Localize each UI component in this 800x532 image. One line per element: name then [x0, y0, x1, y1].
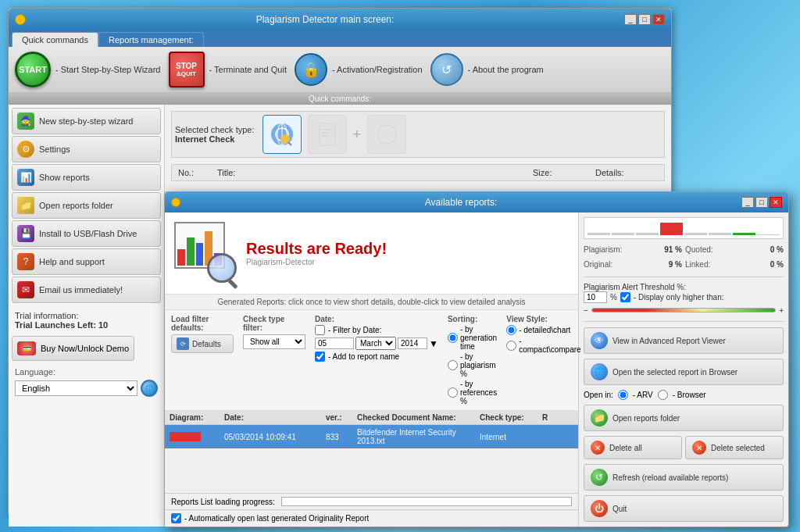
quoted-stat: Quoted: 0 % — [685, 244, 784, 255]
date-cell: 05/03/2014 10:09:41 — [224, 433, 326, 441]
sidebar-item-email[interactable]: ✉ Email us immediately! — [12, 277, 161, 303]
open-reports-folder-button[interactable]: 📁 Open reports folder — [584, 405, 784, 431]
open-in-browser-radio[interactable] — [658, 390, 668, 400]
sort-by-plagiarism-row: - by plagiarism % — [448, 352, 497, 378]
view-detailed-radio[interactable] — [506, 325, 516, 335]
plagiarism-stat: Plagiarism: 91 % — [584, 244, 682, 255]
diagram-cell — [170, 432, 224, 441]
date-calendar-icon[interactable]: ▼ — [429, 338, 438, 349]
slider-minus-icon[interactable]: − — [584, 306, 588, 315]
load-filter-group: Load filter defaults: ⟳ Defaults — [171, 315, 234, 405]
slider-plus-icon[interactable]: + — [779, 306, 784, 315]
threshold-input[interactable] — [584, 291, 607, 303]
sidebar-item-help[interactable]: ? Help and support — [12, 248, 161, 275]
chart-bar-2 — [612, 233, 634, 235]
about-button[interactable]: ↺ - About the program — [430, 53, 544, 86]
view-compact-radio[interactable] — [506, 341, 516, 351]
window-close-traffic[interactable] — [15, 14, 26, 25]
settings-icon: ⚙ — [17, 141, 34, 158]
browser-icon: 🌐 — [591, 363, 608, 380]
date-year-input[interactable] — [398, 337, 427, 349]
open-browser-button[interactable]: 🌐 Open the selected report in Browser — [584, 359, 784, 385]
quick-commands-divider: Quick commands: — [9, 93, 671, 105]
reports-title-controls: _ □ ✕ — [741, 197, 782, 208]
close-button[interactable]: ✕ — [652, 14, 665, 25]
date-day-input[interactable] — [315, 337, 354, 349]
results-sub-text: Generated Reports: click once to view sh… — [165, 295, 578, 310]
refresh-button[interactable]: ↺ Refresh (reload available reports) — [584, 464, 784, 491]
quick-commands-bar: START - Start Step-by-Step Wizard STOP &… — [9, 47, 671, 93]
col-check-type: Check type: — [480, 413, 542, 422]
add-to-report-checkbox[interactable] — [315, 352, 325, 362]
delete-all-button[interactable]: ✕ Delete all — [584, 436, 682, 459]
sidebar-item-install-usb[interactable]: 💾 Install to USB/Flash Drive — [12, 220, 161, 247]
reports-content: Results are Ready! Plagiarism-Detector G… — [165, 212, 788, 527]
sidebar-item-show-reports[interactable]: 📊 Show reports — [12, 164, 161, 191]
tab-quick-commands[interactable]: Quick commands — [12, 32, 98, 47]
reports-window: Available reports: _ □ ✕ — [164, 191, 789, 527]
check-type-label: Selected check type: — [175, 125, 255, 134]
activation-button[interactable]: 🔒 - Activation/Registration — [295, 53, 423, 86]
display-higher-checkbox[interactable] — [620, 292, 630, 302]
view-style-label: View Style: — [506, 315, 580, 323]
quit-button[interactable]: ⏻ Quit — [584, 495, 784, 522]
threshold-slider[interactable] — [591, 308, 776, 312]
activation-label: - Activation/Registration — [332, 65, 423, 74]
reports-close-button[interactable]: ✕ — [770, 197, 782, 208]
maximize-button[interactable]: □ — [638, 14, 651, 25]
sorting-label: Sorting: — [448, 315, 497, 323]
folder-icon: 📁 — [17, 197, 34, 214]
delete-selected-button[interactable]: ✕ Delete selected — [685, 436, 784, 459]
date-month-select[interactable]: March — [355, 337, 396, 350]
main-window-title: Plagiarism Detector main screen: — [26, 14, 624, 25]
view-compact-row: - compact\compare — [506, 337, 580, 354]
internet-check-icon[interactable] — [262, 115, 302, 154]
sidebar-item-open-folder[interactable]: 📁 Open reports folder — [12, 192, 161, 219]
usb-icon: 💾 — [17, 225, 34, 242]
buy-now-button[interactable]: 💳 Buy Now/Unlock Demo — [12, 336, 134, 361]
sort-by-plagiarism-radio[interactable] — [448, 360, 458, 370]
defaults-button[interactable]: ⟳ Defaults — [171, 334, 234, 353]
sidebar-item-new-wizard[interactable]: 🧙 New step-by-step wizard — [12, 108, 161, 134]
reports-window-indicator — [171, 198, 180, 207]
reports-icon: 📊 — [17, 169, 34, 186]
open-in-arv-radio[interactable] — [618, 390, 628, 400]
language-dropdown[interactable]: English — [15, 380, 138, 396]
arv-label: - ARV — [633, 391, 653, 399]
stop-label: - Terminate and Quit — [209, 65, 287, 74]
sort-by-references-radio[interactable] — [448, 387, 458, 398]
add-check-icon[interactable]: + — [353, 127, 362, 143]
reports-minimize-button[interactable]: _ — [741, 197, 754, 208]
mini-chart — [584, 217, 784, 239]
tab-reports-management[interactable]: Reports management: — [98, 32, 204, 47]
col-date: Date: — [224, 413, 326, 422]
filter-by-date-checkbox[interactable] — [315, 325, 325, 335]
chart-bar-5 — [684, 233, 707, 235]
delete-selected-icon: ✕ — [692, 441, 706, 455]
minimize-button[interactable]: _ — [624, 14, 637, 25]
original-stat: Original: 9 % — [584, 259, 682, 270]
delete-buttons-group: ✕ Delete all ✕ Delete selected — [584, 436, 784, 459]
open-folder-icon: 📁 — [591, 409, 608, 427]
view-arv-button[interactable]: 👁 View in Advanced Report Viewer — [584, 327, 784, 354]
filters-row: Load filter defaults: ⟳ Defaults Check t… — [165, 310, 578, 411]
sort-by-references-row: - by references % — [448, 380, 497, 405]
name-cell: Bitdefender Internet Security 2013.txt — [357, 428, 480, 445]
auto-open-checkbox[interactable] — [171, 513, 181, 523]
stop-quit-button[interactable]: STOP &QUIT - Terminate and Quit — [169, 52, 287, 87]
chart-bar-8 — [757, 234, 780, 235]
refresh-icon: ↺ — [591, 469, 608, 486]
sidebar-item-settings[interactable]: ⚙ Settings — [12, 136, 161, 162]
reports-maximize-button[interactable]: □ — [755, 197, 768, 208]
sort-by-time-radio[interactable] — [448, 333, 458, 343]
table-row[interactable]: 05/03/2014 10:09:41 833 Bitdefender Inte… — [165, 425, 578, 448]
check-type-filter-group: Check type filter: Show all — [243, 315, 305, 405]
start-wizard-button[interactable]: START - Start Step-by-Step Wizard — [15, 52, 161, 87]
other-check-icon[interactable] — [367, 115, 406, 154]
col-details: Details: — [595, 168, 658, 177]
language-select: English 🌐 — [15, 380, 158, 397]
check-type-filter-dropdown[interactable]: Show all — [243, 334, 305, 349]
diagram-bar — [170, 432, 201, 441]
doc-check-icon[interactable] — [308, 115, 347, 154]
reports-left-panel: Results are Ready! Plagiarism-Detector G… — [165, 212, 579, 527]
